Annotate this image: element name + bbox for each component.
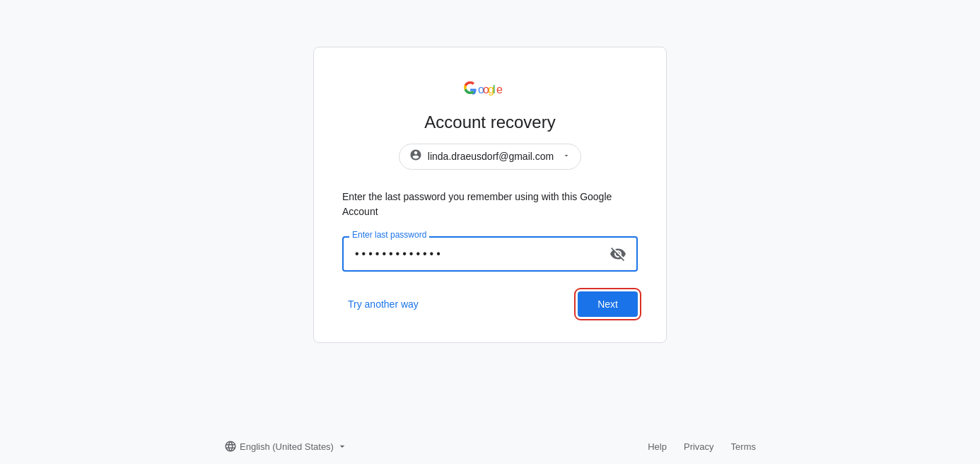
google-logo: o o g l e [464,81,517,98]
description-text: Enter the last password you remember usi… [342,190,638,219]
language-dropdown-icon [337,441,348,452]
actions-row: Try another way Next [342,291,638,317]
footer: English (United States) Help Privacy Ter… [207,429,773,464]
password-input-wrapper: Enter last password [342,236,638,272]
language-label: English (United States) [240,441,334,452]
password-input[interactable] [342,236,638,272]
account-recovery-card: o o g l e Account recovery linda.draeusd… [313,47,667,343]
toggle-visibility-button[interactable] [607,243,629,265]
account-circle-icon [409,149,422,165]
footer-links: Help Privacy Terms [648,441,756,452]
svg-text:e: e [496,83,503,95]
try-another-way-button[interactable]: Try another way [342,291,424,317]
language-icon [224,440,237,453]
svg-text:l: l [493,83,496,95]
terms-link[interactable]: Terms [731,441,756,452]
password-label: Enter last password [349,230,429,240]
password-field-container [342,236,638,272]
page-wrapper: o o g l e Account recovery linda.draeusd… [0,0,980,417]
help-link[interactable]: Help [648,441,667,452]
language-selector[interactable]: English (United States) [224,440,348,453]
privacy-link[interactable]: Privacy [684,441,714,452]
account-email: linda.draeusdorf@gmail.com [428,151,554,162]
next-button[interactable]: Next [578,291,638,317]
page-title: Account recovery [424,112,555,132]
account-selector[interactable]: linda.draeusdorf@gmail.com [399,144,581,170]
chevron-down-icon [562,151,571,162]
